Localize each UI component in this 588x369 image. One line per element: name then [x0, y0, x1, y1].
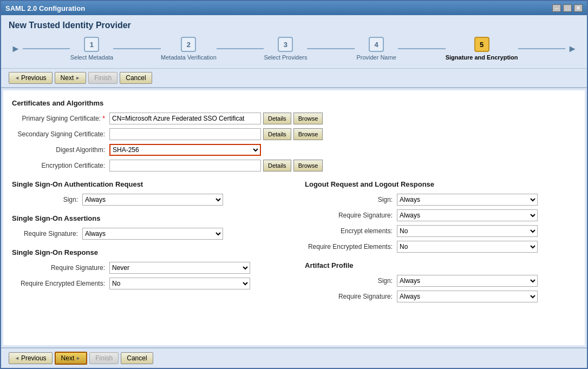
required-indicator: *	[102, 115, 105, 122]
step-5-label: Signature and Encryption	[446, 54, 518, 61]
wizard-line-1	[113, 48, 161, 49]
logout-require-encrypted-select[interactable]: No Yes	[397, 241, 538, 253]
artifact-require-sig-label: Require Signature:	[305, 293, 397, 300]
wizard-line-3	[307, 48, 355, 49]
logout-require-sig-select[interactable]: Always Never Optional	[397, 209, 538, 221]
sso-response-encrypted-label: Require Encrypted Elements:	[12, 280, 109, 287]
sso-assertions-sig-label: Require Signature:	[12, 230, 82, 238]
sso-assertions-sig-select[interactable]: Always Never Optional	[82, 228, 223, 240]
sso-assertions-title: Single Sign-On Assertions	[12, 214, 283, 222]
secondary-signing-input[interactable]	[109, 128, 261, 140]
window-title: SAML 2.0 Configuration	[5, 4, 85, 12]
step-4-circle: 4	[369, 37, 384, 52]
finish-button-bottom[interactable]: Finish	[89, 352, 119, 364]
primary-signing-row: Primary Signing Certificate: * Details B…	[12, 113, 576, 124]
next-button-bottom[interactable]: Next	[55, 352, 88, 365]
sso-assertions-sig-row: Require Signature: Always Never Optional	[12, 228, 283, 240]
artifact-sign-row: Sign: Always Never Optional	[305, 275, 576, 287]
finish-button-top[interactable]: Finish	[88, 72, 117, 84]
secondary-signing-label: Secondary Signing Certificate:	[12, 130, 109, 138]
sso-response-form: Require Signature: Never Always Optional…	[12, 262, 283, 289]
artifact-section: Artifact Profile Sign: Always Never Opti…	[305, 261, 576, 302]
two-column-section: Single Sign-On Authentication Request Si…	[12, 180, 576, 302]
page-title: New Trusted Identity Provider	[9, 21, 579, 30]
sso-auth-sign-label: Sign:	[12, 196, 82, 203]
wizard-end-arrow: ►	[567, 43, 577, 55]
step-2: 2 Metadata Verification	[161, 37, 217, 61]
certificates-form: Primary Signing Certificate: * Details B…	[12, 113, 576, 172]
step-4: 4 Provider Name	[355, 37, 398, 61]
logout-title: Logout Request and Logout Response	[305, 180, 576, 188]
step-1-circle: 1	[84, 37, 99, 52]
logout-sign-label: Sign:	[305, 196, 397, 203]
digest-algorithm-row: Digest Algorithm: SHA-256 SHA-1	[12, 144, 576, 156]
encryption-cert-input[interactable]	[109, 160, 261, 172]
primary-signing-label: Primary Signing Certificate: *	[12, 115, 109, 122]
cancel-button-bottom[interactable]: Cancel	[121, 352, 153, 364]
logout-require-sig-label: Require Signature:	[305, 212, 397, 219]
encryption-cert-label: Encryption Certificate:	[12, 162, 109, 169]
certificates-section-title: Certificates and Algorithms	[12, 99, 576, 107]
artifact-require-sig-select[interactable]: Always Never Optional	[397, 291, 538, 302]
logout-require-sig-row: Require Signature: Always Never Optional	[305, 209, 576, 221]
title-bar: SAML 2.0 Configuration ─ □ ✕	[1, 1, 587, 15]
logout-sign-select[interactable]: Always Never Optional	[397, 194, 538, 206]
sso-response-sig-row: Require Signature: Never Always Optional	[12, 262, 283, 274]
primary-details-button[interactable]: Details	[263, 113, 291, 124]
step-1-label: Select Metadata	[70, 54, 114, 61]
logout-require-encrypted-row: Require Encrypted Elements: No Yes	[305, 241, 576, 253]
logout-encrypt-label: Encrypt elements:	[305, 227, 397, 235]
maximize-button[interactable]: □	[563, 4, 572, 12]
logout-sign-row: Sign: Always Never Optional	[305, 194, 576, 206]
wizard-steps: ► 1 Select Metadata 2 Metadata Verificat…	[9, 37, 579, 61]
previous-button-top[interactable]: Previous	[9, 72, 53, 84]
sso-response-title: Single Sign-On Response	[12, 248, 283, 256]
artifact-title: Artifact Profile	[305, 261, 576, 269]
sso-auth-sign-row: Sign: Always Never Optional	[12, 194, 283, 206]
sso-assertions-section: Single Sign-On Assertions Require Signat…	[12, 214, 283, 240]
close-button[interactable]: ✕	[574, 4, 583, 12]
primary-browse-button[interactable]: Browse	[293, 113, 323, 124]
step-5-circle: 5	[474, 37, 489, 52]
sso-response-sig-label: Require Signature:	[12, 264, 109, 272]
secondary-signing-row: Secondary Signing Certificate: Details B…	[12, 128, 576, 140]
step-4-label: Provider Name	[356, 54, 396, 61]
bottom-toolbar: Previous Next Finish Cancel	[1, 347, 587, 368]
title-bar-controls: ─ □ ✕	[552, 4, 583, 12]
secondary-browse-button[interactable]: Browse	[293, 128, 323, 140]
artifact-form: Sign: Always Never Optional Require Sign…	[305, 275, 576, 302]
step-2-circle: 2	[181, 37, 196, 52]
page-header: New Trusted Identity Provider ► 1 Select…	[1, 15, 587, 69]
encryption-browse-button[interactable]: Browse	[293, 160, 323, 172]
logout-encrypt-row: Encrypt elements: No Yes	[305, 225, 576, 237]
wizard-start-arrow: ►	[11, 43, 21, 55]
content-area: New Trusted Identity Provider ► 1 Select…	[1, 15, 587, 368]
right-column: Logout Request and Logout Response Sign:…	[305, 180, 576, 302]
wizard-line-4	[398, 48, 446, 49]
logout-form: Sign: Always Never Optional Require Sign…	[305, 194, 576, 253]
artifact-sign-select[interactable]: Always Never Optional	[397, 275, 538, 287]
secondary-details-button[interactable]: Details	[263, 128, 291, 140]
sso-response-sig-select[interactable]: Never Always Optional	[109, 262, 250, 274]
minimize-button[interactable]: ─	[552, 4, 561, 12]
top-toolbar: Previous Next Finish Cancel	[1, 69, 587, 88]
digest-algorithm-select[interactable]: SHA-256 SHA-1	[109, 144, 261, 156]
cancel-button-top[interactable]: Cancel	[120, 72, 152, 84]
artifact-require-sig-row: Require Signature: Always Never Optional	[305, 291, 576, 302]
wizard-line-2	[217, 48, 264, 49]
certificates-section: Certificates and Algorithms Primary Sign…	[12, 99, 576, 172]
step-3-circle: 3	[278, 37, 293, 52]
sso-auth-title: Single Sign-On Authentication Request	[12, 180, 283, 188]
artifact-sign-label: Sign:	[305, 277, 397, 285]
sso-response-encrypted-select[interactable]: No Yes	[109, 278, 250, 289]
left-column: Single Sign-On Authentication Request Si…	[12, 180, 283, 302]
sso-auth-section: Single Sign-On Authentication Request Si…	[12, 180, 283, 206]
logout-require-encrypted-label: Require Encrypted Elements:	[305, 243, 397, 251]
next-button-top[interactable]: Next	[55, 72, 87, 84]
previous-button-bottom[interactable]: Previous	[9, 352, 53, 364]
sso-auth-sign-select[interactable]: Always Never Optional	[82, 194, 223, 206]
encryption-details-button[interactable]: Details	[263, 160, 291, 172]
wizard-line-5	[518, 48, 566, 49]
logout-encrypt-select[interactable]: No Yes	[397, 225, 538, 237]
primary-signing-input[interactable]	[109, 113, 261, 124]
